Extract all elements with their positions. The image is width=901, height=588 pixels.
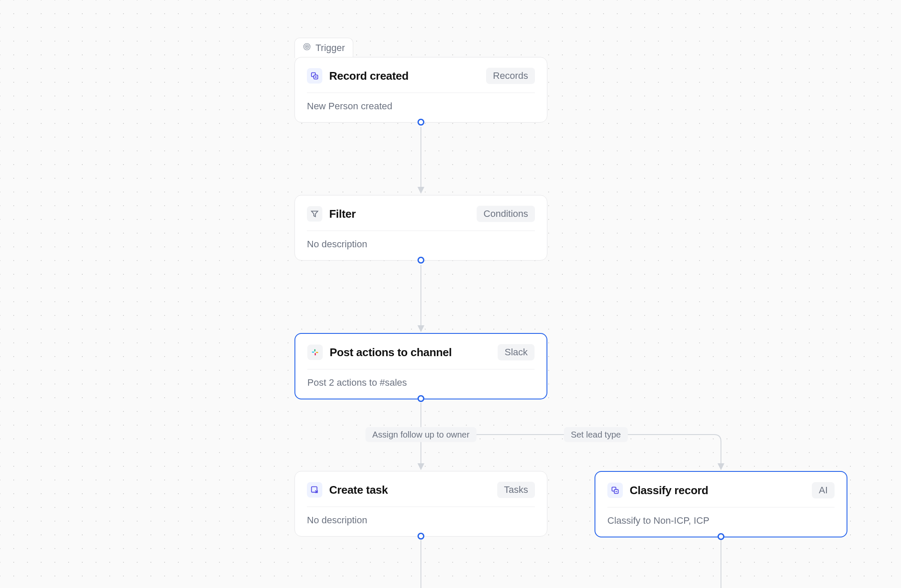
output-port[interactable]: [417, 119, 424, 126]
svg-marker-6: [718, 463, 724, 470]
output-port[interactable]: [417, 257, 424, 264]
svg-rect-19: [315, 353, 316, 356]
classify-icon: [607, 483, 623, 498]
node-description: Post 2 actions to #sales: [307, 369, 535, 388]
trigger-tab: Trigger: [294, 38, 353, 58]
svg-marker-5: [417, 463, 424, 470]
node-filter[interactable]: Filter Conditions No description: [294, 195, 547, 261]
edge-label-set-lead-type[interactable]: Set lead type: [564, 427, 628, 442]
node-create-task[interactable]: Create task Tasks No description: [294, 471, 547, 537]
output-port[interactable]: [417, 395, 424, 402]
svg-rect-18: [316, 352, 318, 353]
node-slack[interactable]: Post actions to channel Slack Post 2 act…: [294, 333, 547, 399]
svg-rect-16: [312, 351, 315, 353]
svg-marker-1: [417, 187, 424, 194]
node-badge: Records: [486, 68, 535, 84]
node-description: New Person created: [307, 93, 535, 112]
node-description: Classify to Non-ICP, ICP: [607, 507, 835, 526]
svg-point-11: [306, 46, 308, 48]
node-title: Classify record: [630, 484, 708, 497]
node-description: No description: [307, 231, 535, 250]
output-port[interactable]: [718, 533, 724, 540]
node-title: Create task: [329, 483, 388, 497]
task-icon: [307, 482, 322, 498]
node-trigger[interactable]: Record created Records New Person create…: [294, 57, 547, 123]
node-classify[interactable]: Classify record AI Classify to Non-ICP, …: [595, 471, 847, 537]
workflow-canvas[interactable]: Trigger Record created Records New Perso…: [0, 0, 901, 588]
trigger-tab-label: Trigger: [315, 42, 345, 54]
node-description: No description: [307, 507, 535, 526]
output-port[interactable]: [417, 533, 424, 540]
node-badge: Slack: [498, 344, 535, 360]
edge-label-assign-followup[interactable]: Assign follow up to owner: [366, 427, 477, 442]
node-badge: Conditions: [477, 206, 535, 222]
slack-icon: [307, 345, 323, 360]
svg-marker-3: [417, 325, 424, 332]
node-title: Filter: [329, 207, 356, 221]
target-icon: [303, 42, 311, 54]
node-badge: AI: [812, 482, 835, 498]
node-title: Record created: [329, 69, 408, 83]
node-title: Post actions to channel: [330, 346, 452, 359]
svg-rect-17: [314, 349, 315, 352]
record-add-icon: [307, 68, 322, 84]
filter-icon: [307, 206, 322, 222]
node-badge: Tasks: [497, 482, 535, 498]
